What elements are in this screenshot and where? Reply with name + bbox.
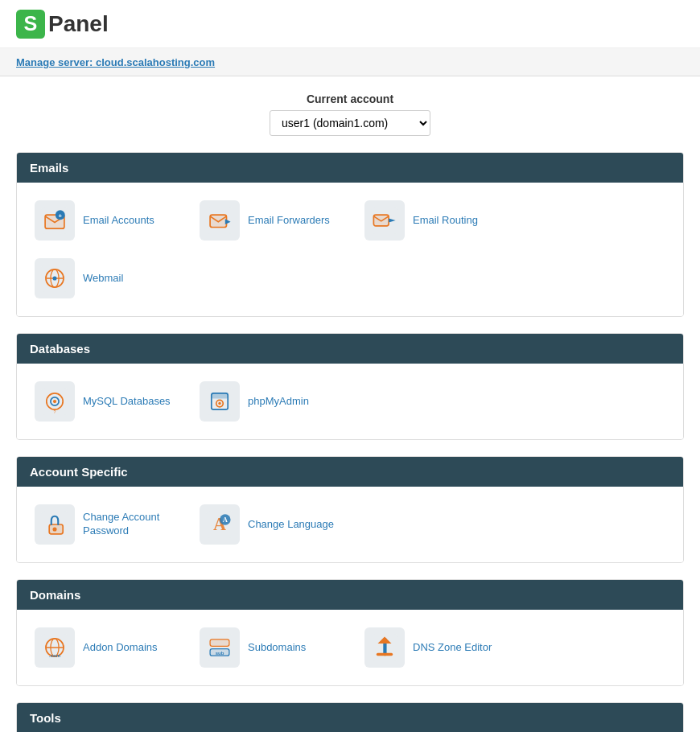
email-accounts-icon: + xyxy=(35,200,75,241)
feature-subdomains[interactable]: sub Subdomains xyxy=(195,623,352,672)
feature-addon-domains[interactable]: .com Addon Domains xyxy=(30,623,187,672)
feature-email-routing[interactable]: Email Routing xyxy=(360,195,517,245)
feature-label-addon-domains: Addon Domains xyxy=(83,641,158,655)
svg-point-19 xyxy=(52,276,56,280)
manage-server-link[interactable]: Manage server: cloud.scalahosting.com xyxy=(16,56,215,68)
section-header-databases: Databases xyxy=(17,334,683,364)
svg-text:?: ? xyxy=(54,409,56,414)
feature-email-forwarders[interactable]: Email Forwarders xyxy=(195,195,352,245)
feature-label-email-forwarders: Email Forwarders xyxy=(248,214,330,228)
feature-mysql-databases[interactable]: ? MySQL Databases xyxy=(30,376,187,426)
addon-domains-icon: .com xyxy=(35,627,75,668)
svg-text:+: + xyxy=(59,212,63,220)
current-account-section: Current account user1 (domain1.com) xyxy=(16,93,684,136)
feature-label-email-accounts: Email Accounts xyxy=(83,214,154,228)
section-databases: Databases ? MySQL Databases phpMyAdmin xyxy=(16,333,684,440)
phpmyadmin-icon xyxy=(200,381,240,422)
sections-container: Emails + Email Accounts Email Forwarders… xyxy=(16,152,684,732)
feature-label-webmail: Webmail xyxy=(83,272,123,286)
svg-rect-25 xyxy=(206,388,233,415)
section-domains: Domains .com Addon Domains sub Subdomain… xyxy=(16,579,684,686)
email-forwarders-icon xyxy=(200,200,240,241)
section-body-domains: .com Addon Domains sub Subdomains DNS Zo… xyxy=(17,610,683,685)
feature-label-subdomains: Subdomains xyxy=(248,641,306,655)
svg-text:sub: sub xyxy=(216,651,224,656)
section-header-domains: Domains xyxy=(17,580,683,610)
password-icon xyxy=(35,504,75,545)
server-bar: Manage server: cloud.scalahosting.com xyxy=(0,48,700,76)
svg-point-29 xyxy=(218,402,220,405)
feature-email-accounts[interactable]: + Email Accounts xyxy=(30,195,187,245)
section-header-account-specific: Account Specific xyxy=(17,457,683,487)
section-tools: Tools Manage SSL Certificates 24 /7 Cron… xyxy=(16,702,684,732)
svg-rect-43 xyxy=(206,634,233,661)
feature-label-phpmyadmin: phpMyAdmin xyxy=(248,395,309,409)
feature-webmail[interactable]: Webmail xyxy=(30,253,187,303)
logo: S Panel xyxy=(16,10,109,39)
svg-point-33 xyxy=(52,527,56,531)
dns-icon xyxy=(364,627,405,668)
current-account-label: Current account xyxy=(16,93,684,105)
logo-text: Panel xyxy=(48,11,109,37)
feature-label-email-routing: Email Routing xyxy=(413,214,478,228)
svg-text:A: A xyxy=(223,516,229,524)
feature-label-change-password: Change Account Password xyxy=(83,511,182,538)
mysql-icon: ? xyxy=(35,381,75,422)
language-icon: A A xyxy=(200,504,240,545)
webmail-icon xyxy=(35,258,75,298)
spanel-logo-icon: S xyxy=(16,10,45,39)
section-body-emails: + Email Accounts Email Forwarders Email … xyxy=(17,183,683,316)
feature-change-language[interactable]: A A Change Language xyxy=(195,500,352,549)
subdomains-icon: sub xyxy=(200,627,240,668)
header: S Panel xyxy=(0,0,700,48)
feature-phpmyadmin[interactable]: phpMyAdmin xyxy=(195,376,352,426)
feature-label-change-language: Change Language xyxy=(248,518,334,532)
feature-change-password[interactable]: Change Account Password xyxy=(30,500,187,549)
svg-rect-44 xyxy=(210,639,229,647)
svg-text:.com: .com xyxy=(49,653,60,658)
feature-label-dns-zone-editor: DNS Zone Editor xyxy=(413,641,492,655)
account-select[interactable]: user1 (domain1.com) xyxy=(270,110,430,136)
main-content: Current account user1 (domain1.com) Emai… xyxy=(0,76,700,732)
email-routing-icon xyxy=(364,200,405,241)
section-body-databases: ? MySQL Databases phpMyAdmin xyxy=(17,364,683,439)
section-account-specific: Account Specific Change Account Password… xyxy=(16,456,684,563)
section-header-emails: Emails xyxy=(17,153,683,183)
feature-label-mysql-databases: MySQL Databases xyxy=(83,395,171,409)
svg-text:S: S xyxy=(24,11,38,34)
svg-rect-52 xyxy=(377,653,393,656)
section-emails: Emails + Email Accounts Email Forwarders… xyxy=(16,152,684,317)
section-header-tools: Tools xyxy=(17,703,683,732)
svg-point-23 xyxy=(53,400,56,403)
feature-dns-zone-editor[interactable]: DNS Zone Editor xyxy=(360,623,517,672)
section-body-account-specific: Change Account Password A A Change Langu… xyxy=(17,487,683,562)
svg-rect-27 xyxy=(212,393,228,399)
